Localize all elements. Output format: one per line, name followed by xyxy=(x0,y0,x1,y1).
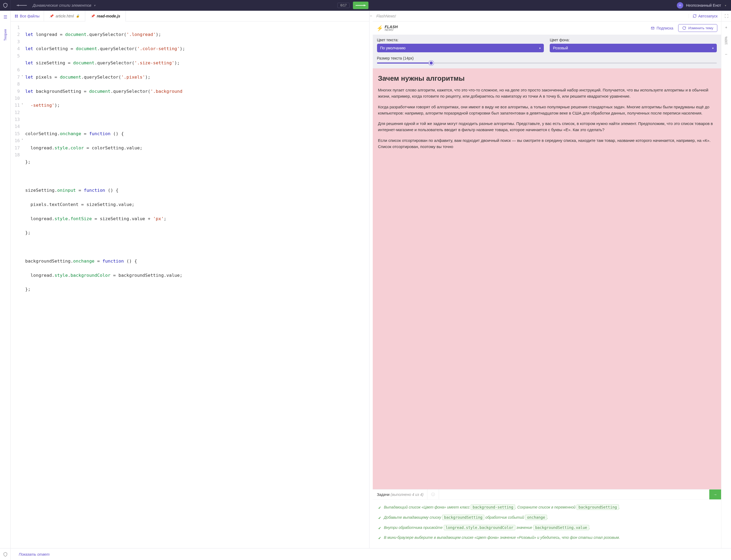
article-title: Зачем нужны алгоритмы xyxy=(378,74,716,83)
tasks-label: Задачи xyxy=(377,492,390,497)
slider-fill xyxy=(377,62,431,64)
lock-icon: 🔒 xyxy=(76,14,80,18)
next-lesson-button[interactable] xyxy=(353,2,368,9)
bg-color-label: Цвет фона: xyxy=(550,38,717,42)
article-paragraph: Если список отсортирован по алфавиту, ва… xyxy=(378,137,716,150)
mini-browser: ⚡ FLASHNEWS! Подписка Изменить тему xyxy=(373,21,722,548)
zoom-level: 100% xyxy=(724,36,728,45)
slider-thumb[interactable] xyxy=(429,61,434,65)
site-logo: ⚡ FLASHNEWS! xyxy=(376,25,398,31)
tab-label: article.html xyxy=(56,14,74,18)
all-files-button[interactable]: Все файлы xyxy=(11,11,44,21)
autorun-toggle[interactable]: Автозапуск xyxy=(689,14,721,18)
show-answer-button[interactable]: Показать ответ xyxy=(11,552,58,557)
task-item: ✓ Внутри обработчика присвойте longread.… xyxy=(378,525,716,531)
bottombar: Показать ответ xyxy=(0,548,731,560)
topbar: Динамические стили элементов ▾ 6/17 Неоп… xyxy=(0,0,731,11)
change-theme-label: Изменить тему xyxy=(688,26,713,30)
text-color-select[interactable]: По умолчанию ▾ xyxy=(377,44,544,52)
tasks-done: (выполнено 4 из 4) xyxy=(391,492,424,497)
article-paragraph: Для решения одной и той же задачи могут … xyxy=(378,120,716,133)
user-menu[interactable]: Неопознанный Енот ▾ xyxy=(677,2,731,9)
progress-indicator: 6/17 xyxy=(337,3,349,8)
shield-icon[interactable] xyxy=(0,548,11,560)
avatar xyxy=(677,2,683,9)
mail-icon xyxy=(651,26,655,30)
refresh-icon xyxy=(682,26,686,30)
tasks-next-button[interactable]: → xyxy=(709,489,721,499)
check-icon: ✓ xyxy=(378,505,381,511)
chevron-down-icon: ▾ xyxy=(539,47,541,50)
zoom-out-button[interactable]: – xyxy=(725,50,727,58)
arrow-right-icon xyxy=(356,5,366,6)
bg-color-select[interactable]: Розовый ▾ xyxy=(550,44,717,52)
svg-point-1 xyxy=(679,5,680,5)
text-size-slider[interactable] xyxy=(377,62,717,64)
tab-read-mode-js[interactable]: 📌 read-mode.js xyxy=(85,11,126,21)
sidebar-rail: ☰ Теория xyxy=(0,11,11,548)
svg-point-0 xyxy=(678,3,682,7)
lesson-title[interactable]: Динамические стили элементов ▾ xyxy=(33,3,337,8)
task-item: ✓ Выпадающий список «Цвет фона» имеет кл… xyxy=(378,504,716,511)
subscribe-link[interactable]: Подписка xyxy=(651,26,673,30)
autorun-label: Автозапуск xyxy=(698,14,718,18)
title-text: Динамические стили элементов xyxy=(33,3,91,8)
grid-icon xyxy=(15,15,18,17)
check-icon: ✓ xyxy=(378,535,381,541)
user-name: Неопознанный Енот xyxy=(686,3,721,8)
refresh-icon xyxy=(693,14,697,18)
pane-resize-handle[interactable] xyxy=(370,11,373,548)
subscribe-label: Подписка xyxy=(656,26,673,30)
task-item: ✓ В мини-браузере выберите в выпадающем … xyxy=(378,535,716,541)
change-theme-button[interactable]: Изменить тему xyxy=(678,24,717,32)
zoom-rail: + 100% – xyxy=(721,21,731,548)
bolt-icon: ⚡ xyxy=(376,25,383,31)
task-item: ✓ Добавьте выпадающему списку background… xyxy=(378,515,716,521)
article-content: Зачем нужны алгоритмы Многих пугает слов… xyxy=(373,68,721,489)
info-icon[interactable]: ⓘ xyxy=(427,489,439,499)
app-logo[interactable] xyxy=(0,0,11,11)
chevron-down-icon: ▾ xyxy=(94,4,95,7)
zoom-in-button[interactable]: + xyxy=(725,24,727,31)
preview-title: FlashNews! xyxy=(373,14,689,18)
tasks-list: ✓ Выпадающий список «Цвет фона» имеет кл… xyxy=(373,499,721,548)
article-paragraph: Когда разработчики говорят об алгоритмах… xyxy=(378,104,716,116)
text-size-label: Размер текста (14px) xyxy=(377,56,717,60)
check-icon: ✓ xyxy=(378,525,381,531)
pin-icon: 📌 xyxy=(49,14,53,18)
theme-controls: Цвет текста: По умолчанию ▾ Цвет фона: Р… xyxy=(373,35,721,68)
svg-point-2 xyxy=(680,5,681,5)
article-paragraph: Многих пугает слово алгоритм, кажется, ч… xyxy=(378,87,716,100)
chevron-down-icon: ▾ xyxy=(712,47,714,50)
chevron-down-icon: ▾ xyxy=(725,4,726,7)
tasks-bar[interactable]: Задачи (выполнено 4 из 4) ⓘ → xyxy=(373,489,721,499)
expand-icon[interactable]: ⛶ xyxy=(721,11,731,21)
preview-pane: FlashNews! Автозапуск ⛶ ⚡ FLASHNEWS! xyxy=(373,11,731,548)
select-value: По умолчанию xyxy=(380,46,406,50)
file-tabs: Все файлы 📌 article.html 🔒 📌 read-mode.j… xyxy=(11,11,369,21)
text-color-label: Цвет текста: xyxy=(377,38,544,42)
pin-icon: 📌 xyxy=(91,14,95,18)
check-icon: ✓ xyxy=(378,515,381,521)
tab-article-html[interactable]: 📌 article.html 🔒 xyxy=(44,11,85,21)
select-value: Розовый xyxy=(553,46,568,50)
prev-lesson-button[interactable] xyxy=(17,5,27,6)
theory-tab[interactable]: Теория xyxy=(3,29,7,41)
editor-pane: Все файлы 📌 article.html 🔒 📌 read-mode.j… xyxy=(11,11,370,548)
all-files-label: Все файлы xyxy=(20,14,39,18)
menu-icon[interactable]: ☰ xyxy=(3,14,7,20)
line-gutter: 123 45 678 91011 121314 151617 18 xyxy=(11,23,23,548)
code-content[interactable]: let longread = document.querySelector('.… xyxy=(23,23,369,548)
code-editor[interactable]: 123 45 678 91011 121314 151617 18 let lo… xyxy=(11,21,369,548)
tab-label: read-mode.js xyxy=(97,14,120,18)
